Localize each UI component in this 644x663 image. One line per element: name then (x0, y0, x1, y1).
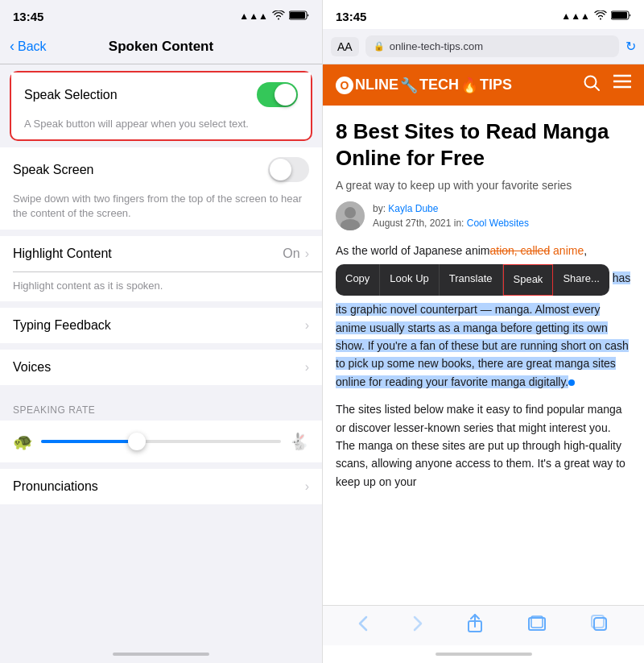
article-body: 8 Best Sites to Read Manga Online for Fr… (323, 106, 644, 503)
share-menu-item[interactable]: Share... (553, 264, 609, 296)
look-up-menu-item[interactable]: Look Up (380, 264, 439, 296)
author-name-link[interactable]: Kayla Dube (388, 203, 438, 214)
battery-icon-left (289, 10, 309, 23)
speak-selection-card: Speak Selection A Speak button will appe… (10, 71, 312, 141)
speaking-rate-slider-track (41, 440, 281, 443)
settings-content: Speak Selection A Speak button will appe… (0, 64, 322, 645)
browser-aa-button[interactable]: AA (331, 37, 359, 56)
article-subtitle: A great way to keep up with your favorit… (336, 179, 631, 192)
speaking-rate-section: SPEAKING RATE 🐢 🐇 (0, 392, 322, 462)
article-content: O NLINE 🔧 TECH 🔥 TIPS (323, 64, 644, 605)
browser-bookmarks-button[interactable] (528, 615, 546, 636)
toggle-knob-2 (270, 159, 291, 180)
slow-speed-icon: 🐢 (13, 432, 33, 451)
refresh-button[interactable]: ↻ (625, 39, 636, 54)
article-second-paragraph: The sites listed below make it easy to f… (336, 400, 631, 491)
author-by-text: by: (373, 203, 386, 214)
browser-tabs-button[interactable] (591, 615, 609, 637)
time-left: 13:45 (13, 10, 43, 23)
copy-menu-item[interactable]: Copy (336, 264, 380, 296)
voices-row[interactable]: Voices › (0, 350, 322, 385)
speak-selection-row: Speak Selection (11, 73, 311, 117)
translate-menu-item[interactable]: Translate (440, 264, 503, 296)
author-row: by: Kayla Dube August 27th, 2021 in: Coo… (336, 201, 631, 230)
author-info: by: Kayla Dube August 27th, 2021 in: Coo… (373, 201, 529, 230)
home-indicator-bar-left (113, 653, 209, 656)
svg-line-5 (595, 86, 600, 91)
highlight-content-card: Highlight Content On › Highlight content… (0, 236, 322, 301)
slider-row: 🐢 🐇 (0, 421, 322, 462)
lock-icon: 🔒 (374, 41, 385, 52)
home-indicator-left (0, 645, 322, 663)
search-icon[interactable] (583, 74, 601, 96)
speak-screen-sublabel: Swipe down with two fingers from the top… (0, 192, 322, 229)
back-chevron-icon: ‹ (10, 38, 14, 55)
back-label[interactable]: Back (18, 39, 47, 54)
speak-screen-card: Speak Screen Swipe down with two fingers… (0, 147, 322, 229)
status-icons-left: ▲▲▲ (239, 10, 309, 23)
typing-feedback-row[interactable]: Typing Feedback › (0, 308, 322, 343)
article-first-paragraph: As the world of Japanese animation, call… (336, 242, 631, 391)
author-avatar (336, 201, 365, 230)
wifi-icon-right (594, 10, 607, 23)
home-indicator-right (323, 645, 644, 663)
speak-selection-toggle[interactable] (257, 82, 298, 107)
highlight-content-row[interactable]: Highlight Content On › (0, 236, 322, 271)
highlight-content-value: On (283, 247, 299, 261)
browser-share-button[interactable] (467, 614, 483, 638)
author-by-line: by: Kayla Dube (373, 201, 529, 216)
nav-bar-left: ‹ Back Spoken Content (0, 29, 322, 64)
logo-text-2: TECH (419, 77, 459, 93)
voices-label: Voices (13, 360, 51, 375)
home-indicator-bar-right (436, 653, 532, 656)
slider-fill (41, 440, 137, 443)
author-category-link[interactable]: Cool Websites (467, 218, 529, 229)
site-header: O NLINE 🔧 TECH 🔥 TIPS (323, 64, 644, 106)
highlight-content-value-row: On › (283, 247, 309, 261)
speak-selection-sublabel: A Speak button will appear when you sele… (11, 117, 311, 139)
logo-o: O (336, 77, 353, 94)
svg-rect-3 (612, 12, 627, 19)
browser-url-bar[interactable]: 🔒 online-tech-tips.com (365, 35, 619, 57)
chevron-icon-pronunciations: › (305, 479, 309, 494)
page-title-left: Spoken Content (109, 39, 213, 55)
browser-forward-button[interactable] (413, 615, 423, 636)
right-phone: 13:45 ▲▲▲ AA 🔒 (322, 0, 644, 663)
article-title: 8 Best Sites to Read Manga Online for Fr… (336, 118, 631, 171)
speak-screen-toggle[interactable] (268, 157, 309, 182)
signal-icon-left: ▲▲▲ (239, 10, 268, 22)
highlight-sublabel: Highlight content as it is spoken. (0, 272, 322, 301)
browser-back-button[interactable] (358, 615, 368, 636)
pronunciations-row[interactable]: Pronunciations › (0, 469, 322, 504)
browser-bottom-bar (323, 605, 644, 645)
typing-feedback-card: Typing Feedback › (0, 308, 322, 343)
author-date-line: August 27th, 2021 in: Cool Websites (373, 216, 529, 230)
typing-feedback-label: Typing Feedback (13, 318, 111, 333)
speak-screen-label: Speak Screen (13, 163, 94, 177)
paragraph-struck-text: ation, called (489, 244, 550, 257)
svg-point-10 (345, 207, 356, 218)
slider-thumb[interactable] (128, 433, 146, 450)
left-phone: 13:45 ▲▲▲ ‹ Back (0, 0, 322, 663)
chevron-icon-typing: › (305, 318, 309, 333)
toggle-knob (275, 84, 296, 106)
highlight-content-label: Highlight Content (13, 247, 112, 261)
speaking-rate-header: SPEAKING RATE (0, 392, 322, 421)
svg-rect-1 (290, 12, 305, 19)
speak-menu-item[interactable]: Speak (503, 264, 554, 296)
battery-icon-right (611, 10, 631, 23)
pronunciations-label: Pronunciations (13, 479, 98, 494)
status-bar-left: 13:45 ▲▲▲ (0, 0, 322, 29)
paragraph-anime-text: anime (550, 244, 584, 257)
fast-speed-icon: 🐇 (289, 432, 309, 451)
back-button[interactable]: ‹ Back (10, 38, 47, 55)
wifi-icon-left (272, 10, 285, 23)
text-cursor (568, 379, 575, 386)
chevron-icon-highlight: › (305, 247, 309, 261)
pronunciations-card: Pronunciations › (0, 469, 322, 504)
author-date-text: August 27th, 2021 in: (373, 218, 464, 229)
logo-wrench-icon: 🔧 (400, 77, 418, 94)
logo-text-3: TIPS (480, 77, 512, 93)
context-menu: Copy Look Up Translate Speak Share... (336, 264, 609, 296)
menu-icon[interactable] (613, 74, 631, 96)
